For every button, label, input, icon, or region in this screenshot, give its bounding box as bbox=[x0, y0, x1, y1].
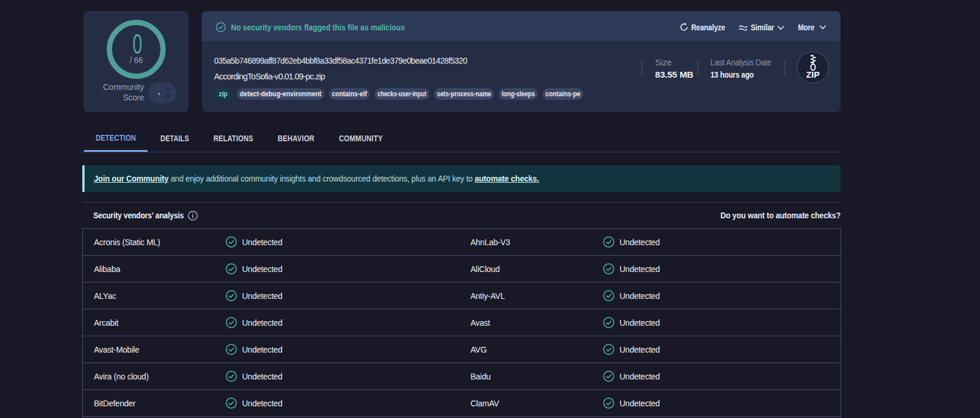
svg-text:ZIP: ZIP bbox=[806, 70, 820, 79]
